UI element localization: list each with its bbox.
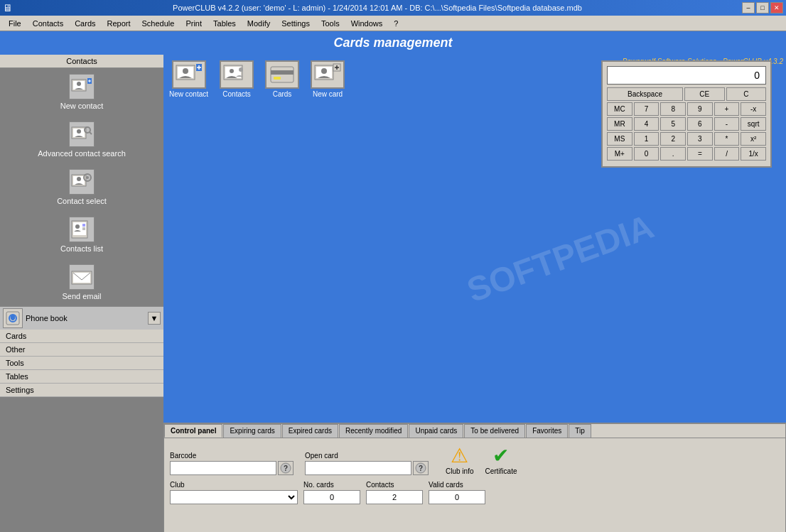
- new-contact-icon: [69, 74, 95, 99]
- menu-item-settings[interactable]: Settings: [276, 18, 316, 29]
- menu-item-report[interactable]: Report: [102, 18, 136, 29]
- calc-negx[interactable]: -x: [741, 102, 766, 116]
- svg-point-34: [230, 69, 234, 73]
- menu-item-schedule[interactable]: Schedule: [136, 18, 181, 29]
- sidebar-item-new-contact[interactable]: New contact: [0, 68, 163, 116]
- sidebar-item-new-contact-label: New contact: [60, 102, 104, 110]
- toolbar-cards[interactable]: Cards: [265, 60, 299, 98]
- calc-div[interactable]: /: [714, 147, 740, 161]
- check-icon: ✔: [492, 444, 509, 467]
- barcode-help-button[interactable]: ?: [278, 461, 294, 475]
- calc-mult[interactable]: *: [714, 132, 740, 146]
- toolbar-contacts[interactable]: Contacts: [220, 60, 254, 98]
- no-cards-label: No. cards: [303, 481, 360, 489]
- sidebar-item-contacts-list[interactable]: Contacts list: [0, 211, 163, 259]
- menu-item-print[interactable]: Print: [180, 18, 208, 29]
- menu-item-contacts[interactable]: Contacts: [27, 18, 69, 29]
- contact-select-icon: [69, 169, 95, 195]
- close-button[interactable]: ✕: [770, 2, 783, 13]
- calc-backspace[interactable]: Backspace: [607, 87, 683, 101]
- calc-1[interactable]: 1: [634, 132, 660, 146]
- calc-3[interactable]: 3: [687, 132, 713, 146]
- menu-item-cards[interactable]: Cards: [69, 18, 101, 29]
- toolbar-new-card[interactable]: New card: [311, 60, 345, 98]
- svg-point-28: [183, 68, 188, 74]
- calc-8[interactable]: 8: [660, 102, 686, 116]
- svg-point-13: [77, 177, 81, 181]
- calc-display[interactable]: [607, 66, 766, 85]
- phonebook-label: Phone book: [26, 314, 148, 322]
- menu-item-windows[interactable]: Windows: [345, 18, 389, 29]
- barcode-label: Barcode: [170, 452, 294, 460]
- minimize-button[interactable]: –: [742, 2, 755, 13]
- toolbar-new-card-label: New card: [313, 90, 343, 98]
- calc-c[interactable]: C: [726, 87, 767, 101]
- sidebar-nav-cards[interactable]: Cards: [0, 330, 163, 343]
- open-card-help-button[interactable]: ?: [413, 461, 429, 475]
- open-card-label: Open card: [305, 452, 429, 460]
- toolbar-new-contact-label: New contact: [169, 90, 208, 98]
- menu-item-modify[interactable]: Modify: [242, 18, 276, 29]
- send-email-icon: [69, 264, 95, 290]
- sidebar-nav-tables[interactable]: Tables: [0, 370, 163, 384]
- menu-item-file[interactable]: File: [3, 18, 27, 29]
- toolbar-new-contact[interactable]: New contact: [169, 60, 208, 98]
- tab-tip[interactable]: Tip: [569, 424, 591, 438]
- calc-plus[interactable]: +: [714, 102, 740, 116]
- sidebar-item-advanced-search-label: Advanced contact search: [38, 149, 126, 158]
- calc-minus[interactable]: -: [714, 117, 740, 131]
- toolbar-new-contact-icon: [172, 60, 206, 89]
- sidebar-item-contact-select[interactable]: Contact select: [0, 163, 163, 211]
- calc-ce[interactable]: CE: [684, 87, 725, 101]
- menu-item-tools[interactable]: Tools: [316, 18, 345, 29]
- certificate-item[interactable]: ✔ Certificate: [485, 444, 517, 475]
- calc-mr[interactable]: MR: [607, 117, 632, 131]
- calc-mplus[interactable]: M+: [607, 147, 632, 161]
- calc-sqr[interactable]: x²: [741, 132, 766, 146]
- open-card-input[interactable]: [305, 461, 411, 475]
- contacts-input: [366, 490, 423, 504]
- phonebook-arrow[interactable]: ▼: [148, 312, 161, 325]
- svg-point-2: [77, 82, 81, 86]
- sidebar-item-advanced-search[interactable]: Advanced contact search: [0, 116, 163, 163]
- sidebar-nav-tools[interactable]: Tools: [0, 357, 163, 370]
- main-title: Cards management: [0, 31, 786, 55]
- tab-favorites[interactable]: Favorites: [526, 424, 568, 438]
- menu-item-tables[interactable]: Tables: [208, 18, 242, 29]
- calc-9[interactable]: 9: [687, 102, 713, 116]
- svg-text:?: ?: [284, 465, 288, 472]
- tab-recently-modified[interactable]: Recently modified: [339, 424, 408, 438]
- club-info-item[interactable]: ⚠ Club info: [446, 444, 473, 475]
- menu-item-?[interactable]: ?: [388, 18, 404, 29]
- tab-expiring-cards[interactable]: Expiring cards: [223, 424, 281, 438]
- calc-2[interactable]: 2: [660, 132, 686, 146]
- tab-expired-cards[interactable]: Expired cards: [282, 424, 338, 438]
- svg-rect-37: [271, 70, 294, 75]
- barcode-input[interactable]: [170, 461, 276, 475]
- titlebar-controls: – □ ✕: [742, 2, 783, 13]
- calc-6[interactable]: 6: [687, 117, 713, 131]
- calc-equals[interactable]: =: [687, 147, 713, 161]
- phonebook-header: Phone book ▼: [0, 306, 163, 330]
- calc-dot[interactable]: .: [660, 147, 686, 161]
- calc-0[interactable]: 0: [634, 147, 660, 161]
- calc-7[interactable]: 7: [634, 102, 660, 116]
- tab-to-be-delivered[interactable]: To be delivered: [464, 424, 525, 438]
- sidebar-nav-other[interactable]: Other: [0, 343, 163, 357]
- calc-4[interactable]: 4: [634, 117, 660, 131]
- calc-inv[interactable]: 1/x: [741, 147, 766, 161]
- calc-mc[interactable]: MC: [607, 102, 632, 116]
- sidebar-item-send-email[interactable]: Send email: [0, 259, 163, 306]
- calc-ms[interactable]: MS: [607, 132, 632, 146]
- calc-5[interactable]: 5: [660, 117, 686, 131]
- tab-control-panel[interactable]: Control panel: [164, 424, 222, 438]
- maximize-button[interactable]: □: [756, 2, 769, 13]
- sidebar-nav-settings[interactable]: Settings: [0, 384, 163, 397]
- club-select[interactable]: [170, 490, 298, 504]
- toolbar-cards-icon: [265, 60, 299, 89]
- main-panel: Powerwolf Software Solutions - PowerCLUB…: [163, 55, 786, 532]
- svg-point-8: [77, 129, 81, 134]
- calc-sqrt[interactable]: sqrt: [741, 117, 766, 131]
- club-label: Club: [170, 481, 298, 489]
- tab-unpaid-cards[interactable]: Unpaid cards: [409, 424, 463, 438]
